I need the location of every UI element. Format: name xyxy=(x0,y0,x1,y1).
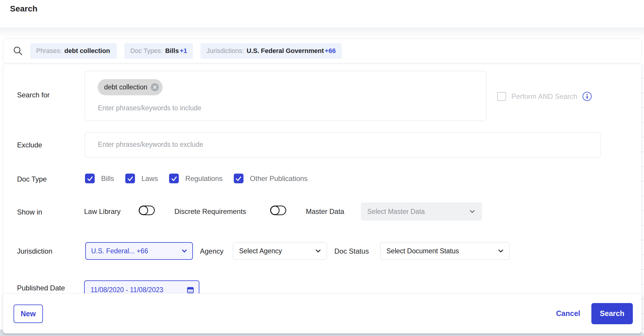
search-form-card: Search for debt collection Enter phrases… xyxy=(3,64,642,333)
chevron-down-icon xyxy=(468,208,476,215)
chip-doc-types-value: Bills xyxy=(165,47,179,55)
chip-phrases-label: Phrases: xyxy=(36,47,62,55)
and-search-checkbox[interactable] xyxy=(497,92,506,101)
footer-right-actions: Cancel Search xyxy=(556,294,633,333)
exclude-placeholder: Enter phrases/keywords to exclude xyxy=(98,141,203,149)
search-for-placeholder: Enter phrases/keywords to include xyxy=(98,104,201,112)
search-button[interactable]: Search xyxy=(591,303,633,324)
doc-status-select-value: Select Document Status xyxy=(386,247,459,255)
doc-status-select[interactable]: Select Document Status xyxy=(380,242,510,260)
chip-jurisdictions-label: Jurisdictions: xyxy=(206,47,244,55)
jurisdiction-select[interactable]: U.S. Federal... +66 xyxy=(85,242,193,260)
master-data-select-value: Select Master Data xyxy=(367,208,425,216)
discrete-requirements-toggle[interactable] xyxy=(270,204,287,216)
footer-action-bar: New Cancel Search xyxy=(3,293,642,333)
doc-type-option-other-publications: Other Publications xyxy=(234,174,308,183)
chip-doc-types[interactable]: Doc Types: Bills +1 xyxy=(124,43,193,59)
background-table-edge xyxy=(642,64,644,333)
and-search-label: Perform AND Search xyxy=(511,92,577,101)
cancel-button[interactable]: Cancel xyxy=(556,309,580,318)
master-data-label: Master Data xyxy=(306,207,344,216)
doc-type-option-laws: Laws xyxy=(125,174,158,183)
exclude-input[interactable]: Enter phrases/keywords to exclude xyxy=(85,132,600,157)
doc-type-option-bills: Bills xyxy=(85,174,114,183)
doc-type-label: Doc Type xyxy=(17,175,47,183)
other-publications-checkbox[interactable] xyxy=(234,174,243,183)
search-for-label: Search for xyxy=(17,91,50,99)
search-for-input[interactable]: debt collection Enter phrases/keywords t… xyxy=(85,71,486,121)
regulations-checkbox-label: Regulations xyxy=(185,174,223,183)
info-icon[interactable] xyxy=(583,92,592,101)
header-shadow xyxy=(0,28,644,38)
discrete-requirements-label: Discrete Requirements xyxy=(174,207,246,216)
doc-type-options: Bills Laws Regulations Other Publication… xyxy=(85,174,308,183)
published-date-value: 11/08/2020 - 11/08/2023 xyxy=(91,286,163,294)
doc-type-option-regulations: Regulations xyxy=(169,174,223,183)
jurisdiction-label: Jurisdiction xyxy=(17,247,52,255)
agency-select[interactable]: Select Agency xyxy=(233,242,327,260)
laws-checkbox[interactable] xyxy=(125,174,135,183)
law-library-label: Law Library xyxy=(84,207,121,216)
chevron-down-icon xyxy=(181,247,188,255)
chip-doc-types-label: Doc Types: xyxy=(130,47,163,55)
master-data-select[interactable]: Select Master Data xyxy=(361,202,482,221)
other-publications-checkbox-label: Other Publications xyxy=(250,174,308,183)
keyword-chip[interactable]: debt collection xyxy=(98,79,163,95)
doc-status-label: Doc Status xyxy=(334,247,369,255)
chip-jurisdictions[interactable]: Jurisdictions: U.S. Federal Government +… xyxy=(201,43,341,59)
keyword-chip-text: debt collection xyxy=(104,83,147,91)
chip-doc-types-extra: +1 xyxy=(180,47,187,55)
published-date-label: Published Date xyxy=(17,284,65,292)
show-in-label: Show in xyxy=(17,208,42,216)
regulations-checkbox[interactable] xyxy=(169,174,179,183)
chip-jurisdictions-extra: +66 xyxy=(325,47,336,55)
bills-checkbox-label: Bills xyxy=(101,174,114,183)
agency-select-value: Select Agency xyxy=(239,247,282,255)
search-modal-page: Search Phrases: debt collection Doc Type… xyxy=(0,0,644,336)
calendar-icon xyxy=(186,286,194,294)
bills-checkbox[interactable] xyxy=(85,174,95,183)
page-title: Search xyxy=(10,4,37,14)
chevron-down-icon xyxy=(497,247,505,255)
search-summary-bar: Phrases: debt collection Doc Types: Bill… xyxy=(3,39,642,63)
agency-label: Agency xyxy=(200,247,223,255)
search-icon xyxy=(12,45,24,57)
jurisdiction-select-value: U.S. Federal... +66 xyxy=(91,247,148,255)
chip-phrases-value: debt collection xyxy=(64,47,110,55)
exclude-label: Exclude xyxy=(17,141,42,149)
new-button[interactable]: New xyxy=(14,305,43,323)
chip-phrases[interactable]: Phrases: debt collection xyxy=(30,43,117,59)
keyword-chip-remove-icon[interactable] xyxy=(151,83,159,91)
and-search-group: Perform AND Search xyxy=(497,92,592,101)
chip-jurisdictions-value: U.S. Federal Government xyxy=(246,47,324,55)
law-library-toggle[interactable] xyxy=(138,204,155,216)
chevron-down-icon xyxy=(314,247,322,255)
laws-checkbox-label: Laws xyxy=(141,174,158,183)
